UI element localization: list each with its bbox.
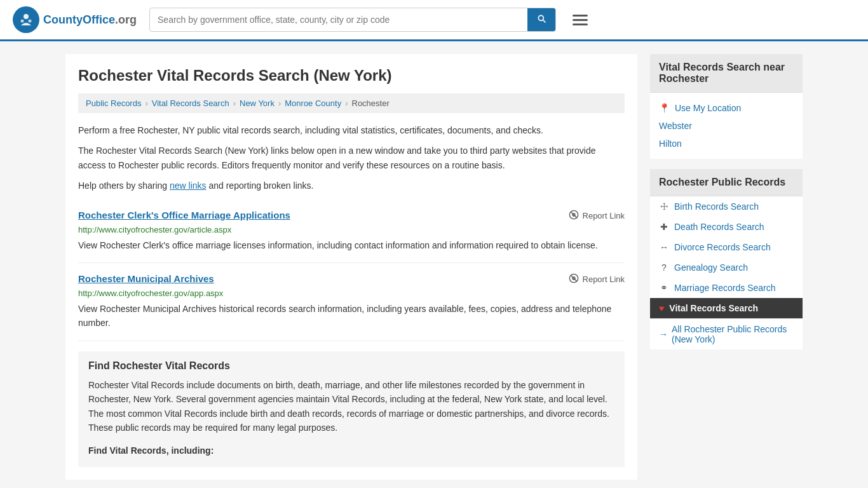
find-subheading: Find Vital Records, including: [88, 444, 614, 458]
arrow-right-icon: → [659, 329, 668, 339]
sidebar-divorce-records-link[interactable]: ↔ Divorce Records Search [650, 237, 803, 257]
svg-point-3 [29, 20, 32, 23]
record-url-2: http://www.cityofrochester.gov/app.aspx [78, 288, 625, 298]
sidebar-public-records-box: Rochester Public Records ☩ Birth Records… [650, 169, 803, 349]
search-button[interactable] [527, 8, 555, 31]
page-description: Perform a free Rochester, NY public vita… [78, 123, 625, 193]
location-pin-icon: 📍 [659, 103, 670, 113]
desc-para-3: Help others by sharing new links and rep… [78, 179, 625, 193]
svg-point-2 [21, 20, 24, 23]
record-entry-1: Rochester Clerk's Office Marriage Applic… [78, 200, 625, 263]
record-url-1: http://www.cityofrochester.gov/article.a… [78, 225, 625, 234]
genealogy-icon: ? [659, 262, 669, 273]
breadcrumb-rochester: Rochester [352, 98, 390, 108]
new-links-link[interactable]: new links [170, 180, 207, 191]
record-url-link-2[interactable]: http://www.cityofrochester.gov/app.aspx [78, 288, 223, 298]
sidebar-vital-records-active[interactable]: ♥ Vital Records Search [650, 298, 803, 318]
vital-records-icon: ♥ [659, 303, 664, 313]
breadcrumb: Public Records › Vital Records Search › … [78, 93, 625, 113]
logo-icon [13, 6, 39, 33]
sidebar-marriage-records-link[interactable]: ⚭ Marriage Records Search [650, 278, 803, 298]
report-icon-1 [569, 210, 579, 222]
report-link-button-1[interactable]: Report Link [569, 210, 625, 222]
search-bar [149, 8, 556, 32]
find-section-body: Rochester Vital Records include document… [88, 378, 614, 435]
record-link-2[interactable]: Rochester Municipal Archives [78, 273, 214, 284]
use-my-location-item: 📍 Use My Location [659, 99, 794, 117]
page-container: Rochester Vital Records Search (New York… [53, 41, 815, 488]
svg-line-5 [571, 212, 576, 217]
sidebar-nearby-body: 📍 Use My Location Webster Hilton [650, 93, 803, 159]
logo-text: CountyOffice.org [43, 13, 137, 27]
record-desc-2: View Rochester Municipal Archives histor… [78, 302, 625, 330]
breadcrumb-public-records[interactable]: Public Records [86, 98, 141, 108]
record-title-1: Rochester Clerk's Office Marriage Applic… [78, 210, 290, 220]
desc-para-2: The Rochester Vital Records Search (New … [78, 144, 625, 172]
sidebar-public-records-title: Rochester Public Records [650, 169, 803, 196]
breadcrumb-new-york[interactable]: New York [240, 98, 275, 108]
record-url-link-1[interactable]: http://www.cityofrochester.gov/article.a… [78, 225, 231, 234]
report-icon-2 [569, 273, 579, 286]
sidebar-birth-records-link[interactable]: ☩ Birth Records Search [650, 196, 803, 217]
record-title-2: Rochester Municipal Archives [78, 273, 214, 284]
sidebar-all-records-link[interactable]: → All Rochester Public Records (New York… [650, 318, 803, 349]
sidebar-nearby-webster[interactable]: Webster [659, 117, 794, 135]
marriage-records-icon: ⚭ [659, 283, 669, 293]
divorce-records-icon: ↔ [659, 242, 669, 252]
sidebar: Vital Records Search near Rochester 📍 Us… [650, 54, 803, 480]
record-entry-2: Rochester Municipal Archives Report Link… [78, 263, 625, 341]
sidebar-nearby-title: Vital Records Search near Rochester [650, 54, 803, 93]
breadcrumb-vital-records-search[interactable]: Vital Records Search [152, 98, 229, 108]
svg-point-1 [24, 14, 29, 19]
death-records-icon: ✚ [659, 222, 669, 232]
search-input[interactable] [150, 10, 527, 30]
record-header-1: Rochester Clerk's Office Marriage Applic… [78, 210, 625, 222]
find-section-title: Find Rochester Vital Records [88, 360, 614, 372]
birth-records-icon: ☩ [659, 201, 669, 212]
sidebar-death-records-link[interactable]: ✚ Death Records Search [650, 217, 803, 237]
find-vital-records-section: Find Rochester Vital Records Rochester V… [78, 351, 625, 467]
use-my-location-link[interactable]: Use My Location [675, 103, 741, 113]
report-link-button-2[interactable]: Report Link [569, 273, 625, 286]
record-link-1[interactable]: Rochester Clerk's Office Marriage Applic… [78, 210, 290, 220]
site-logo[interactable]: CountyOffice.org [13, 6, 137, 33]
record-desc-1: View Rochester Clerk's office marriage l… [78, 238, 625, 252]
desc-para-1: Perform a free Rochester, NY public vita… [78, 123, 625, 137]
sidebar-nearby-box: Vital Records Search near Rochester 📍 Us… [650, 54, 803, 159]
breadcrumb-monroe-county[interactable]: Monroe County [285, 98, 341, 108]
sidebar-nearby-hilton[interactable]: Hilton [659, 135, 794, 152]
main-content: Rochester Vital Records Search (New York… [65, 54, 637, 480]
svg-line-8 [571, 275, 576, 281]
hamburger-menu-button[interactable] [569, 11, 592, 29]
sidebar-genealogy-link[interactable]: ? Genealogy Search [650, 257, 803, 278]
site-header: CountyOffice.org [0, 0, 868, 41]
record-header-2: Rochester Municipal Archives Report Link [78, 273, 625, 286]
page-title: Rochester Vital Records Search (New York… [78, 67, 625, 85]
